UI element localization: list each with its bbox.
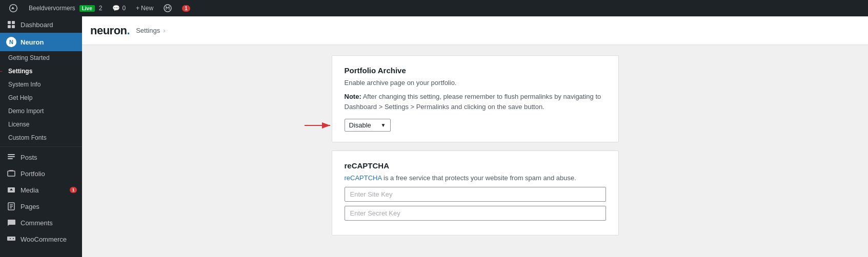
- svg-rect-2: [12, 21, 15, 24]
- page-header: neuron. Settings ›: [82, 16, 868, 45]
- portfolio-icon: [6, 168, 16, 179]
- svg-rect-6: [8, 156, 15, 157]
- portfolio-archive-dropdown[interactable]: Disable ▼: [345, 119, 391, 132]
- settings-arrow: ←: [0, 66, 4, 77]
- note-text: After changing this setting, please reme…: [345, 93, 601, 111]
- site-name-item[interactable]: Beeldvervormers Live 2: [25, 0, 106, 16]
- page-content: Portfolio Archive Enable archive page on…: [82, 45, 868, 257]
- new-item[interactable]: + New: [132, 0, 157, 16]
- sidebar-item-woocommerce[interactable]: WooCommerce: [0, 231, 82, 247]
- dropdown-chevron-icon: ▼: [381, 122, 386, 128]
- wp-icon: [8, 3, 18, 13]
- demo-import-label: Demo Import: [8, 108, 77, 115]
- sidebar-item-pages[interactable]: Pages: [0, 198, 82, 215]
- recaptcha-desc-text: is a free service that protects your web…: [381, 174, 576, 182]
- red-arrow-annotation: [304, 120, 334, 131]
- main-layout: Dashboard N Neuron Getting Started Setti…: [0, 16, 868, 257]
- sidebar-item-dashboard[interactable]: Dashboard: [0, 16, 82, 33]
- portfolio-archive-note: Note: After changing this setting, pleas…: [345, 92, 606, 112]
- portfolio-archive-title: Portfolio Archive: [345, 66, 606, 75]
- breadcrumb: Settings ›: [136, 27, 165, 34]
- pages-icon: [6, 201, 16, 211]
- recaptcha-description: reCAPTCHA is a free service that protect…: [345, 174, 606, 182]
- plugin-logo: neuron.: [90, 24, 130, 37]
- media-badge: 1: [70, 187, 77, 193]
- media-icon: [6, 185, 16, 195]
- svg-rect-5: [8, 154, 15, 155]
- recaptcha-card: reCAPTCHA reCAPTCHA is a free service th…: [332, 151, 619, 235]
- notif-item[interactable]: 1: [178, 0, 194, 16]
- dropdown-row: Disable ▼: [345, 119, 606, 132]
- comments-label: Comments: [21, 219, 77, 227]
- posts-label: Posts: [21, 154, 77, 161]
- sidebar-item-custom-fonts[interactable]: Custom Fonts: [0, 131, 82, 144]
- sidebar-item-comments[interactable]: Comments: [0, 215, 82, 231]
- site-name: Beeldvervormers: [29, 5, 75, 12]
- get-help-label: Get Help: [8, 94, 77, 101]
- neuron-icon: N: [6, 37, 16, 47]
- sidebar-divider-1: [0, 146, 82, 147]
- live-badge: Live: [79, 5, 95, 12]
- dropdown-value: Disable: [349, 121, 371, 129]
- svg-rect-7: [8, 158, 13, 159]
- portfolio-label: Portfolio: [21, 170, 77, 178]
- portfolio-archive-card: Portfolio Archive Enable archive page on…: [332, 55, 619, 142]
- sidebar-item-media[interactable]: Media 1: [0, 182, 82, 198]
- comments-icon: [6, 218, 16, 228]
- portfolio-archive-subtitle: Enable archive page on your portfolio.: [345, 79, 606, 87]
- live-count: 2: [99, 5, 103, 12]
- posts-icon: [6, 152, 16, 162]
- svg-rect-4: [12, 25, 15, 28]
- settings-label: Settings: [8, 68, 77, 75]
- system-info-label: System Info: [8, 81, 77, 88]
- breadcrumb-sep: ›: [163, 27, 165, 34]
- sidebar-item-system-info[interactable]: System Info: [0, 78, 82, 91]
- comment-icon: 💬: [112, 5, 120, 12]
- wp-logo-item[interactable]: [4, 0, 23, 16]
- woocommerce-icon: [6, 234, 16, 244]
- breadcrumb-settings: Settings: [136, 27, 160, 34]
- svg-rect-1: [8, 21, 11, 24]
- site-key-input[interactable]: [345, 187, 606, 202]
- media-label: Media: [21, 186, 66, 194]
- sidebar-item-license[interactable]: License: [0, 118, 82, 131]
- comments-count: 0: [122, 5, 126, 12]
- sidebar-item-neuron[interactable]: N Neuron: [0, 33, 82, 51]
- admin-bar: Beeldvervormers Live 2 💬 0 + New 1: [0, 0, 868, 16]
- sidebar: Dashboard N Neuron Getting Started Setti…: [0, 16, 82, 257]
- logo-dot: .: [127, 24, 130, 37]
- note-prefix: Note:: [345, 93, 361, 100]
- license-label: License: [8, 121, 77, 128]
- neuron-label: Neuron: [21, 38, 44, 46]
- new-label: New: [141, 5, 153, 12]
- sidebar-item-demo-import[interactable]: Demo Import: [0, 104, 82, 118]
- plus-icon: +: [136, 5, 139, 12]
- recaptcha-title: reCAPTCHA: [345, 161, 606, 170]
- sidebar-item-get-help[interactable]: Get Help: [0, 91, 82, 104]
- comments-item[interactable]: 💬 0: [108, 0, 130, 16]
- getting-started-label: Getting Started: [8, 54, 77, 61]
- pages-label: Pages: [21, 203, 77, 210]
- svg-rect-8: [8, 171, 15, 176]
- svg-rect-3: [8, 25, 11, 28]
- secret-key-input[interactable]: [345, 206, 606, 221]
- recaptcha-link[interactable]: reCAPTCHA: [345, 174, 382, 182]
- content-area: neuron. Settings › Portfolio Archive Ena…: [82, 16, 868, 257]
- dashboard-label: Dashboard: [21, 21, 77, 29]
- sidebar-item-portfolio[interactable]: Portfolio: [0, 165, 82, 182]
- custom-fonts-label: Custom Fonts: [8, 134, 77, 141]
- sidebar-item-settings[interactable]: Settings ←: [0, 65, 82, 78]
- woocommerce-label: WooCommerce: [21, 235, 77, 243]
- dashboard-icon: [6, 19, 16, 30]
- sidebar-item-getting-started[interactable]: Getting Started: [0, 51, 82, 65]
- cards-column: Portfolio Archive Enable archive page on…: [332, 55, 619, 247]
- notif-badge: 1: [182, 5, 190, 12]
- sidebar-item-posts[interactable]: Posts: [0, 149, 82, 165]
- neuron-icon-item[interactable]: [159, 0, 176, 16]
